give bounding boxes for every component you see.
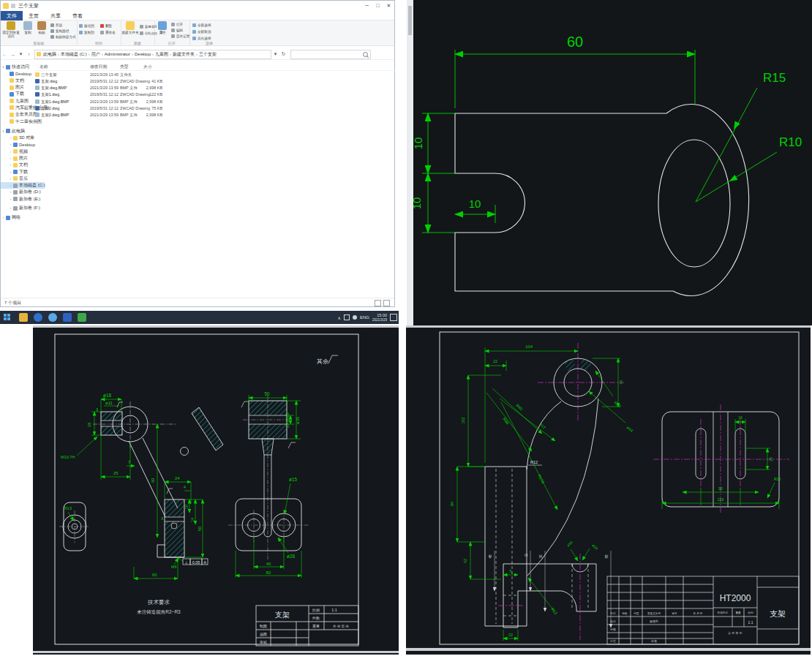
sidebar-item-3d-objects[interactable]: ›3D 对象: [1, 135, 45, 141]
search-icon: [363, 52, 368, 57]
breadcrumb-desktop[interactable]: Desktop: [135, 52, 151, 56]
sidebar-item-f-drive[interactable]: ›新加卷 (F:): [1, 205, 45, 211]
quick-access-toolbar-icon[interactable]: [11, 4, 15, 8]
dim-3b: 3: [161, 516, 163, 521]
sidebar-item-pc-documents[interactable]: ›文档: [1, 162, 45, 168]
start-button[interactable]: [4, 314, 11, 321]
sidebar-item-pc-pictures[interactable]: ›图片: [1, 155, 45, 162]
column-date[interactable]: 修改日期: [90, 64, 107, 70]
move-to-button[interactable]: 移动到: [79, 24, 94, 28]
select-none-button[interactable]: 全部取消: [192, 30, 211, 34]
recent-dropdown-icon[interactable]: ▾: [17, 51, 25, 57]
system-tray: ∧ ENG 15:00 2021/3/29: [338, 311, 397, 324]
pictures-icon: [13, 157, 18, 161]
tb-sheet: 共 张 第 张: [728, 631, 742, 635]
sidebar-item-network[interactable]: ›网络: [1, 214, 45, 221]
delete-button[interactable]: 删除: [100, 24, 112, 28]
tab-share[interactable]: 共享: [45, 11, 67, 20]
tray-device-icon[interactable]: [344, 314, 350, 320]
minimize-button[interactable]: ─: [361, 1, 372, 11]
new-folder-button[interactable]: 新建文件夹: [121, 21, 139, 34]
dim-24: 24: [175, 476, 180, 480]
clock[interactable]: 15:00 2021/3/29: [372, 313, 387, 321]
close-button[interactable]: ✕: [383, 1, 394, 11]
file-row[interactable]: 支架.dwg2019/5/31 12:12ZWCAD Drawing41 KB: [34, 78, 396, 84]
language-indicator[interactable]: ENG: [360, 315, 369, 320]
up-icon[interactable]: ↑: [25, 52, 33, 57]
breadcrumb-folder1[interactable]: 九章图: [155, 51, 168, 58]
cut-button[interactable]: 剪切: [50, 23, 62, 27]
column-name[interactable]: 名称: [40, 64, 48, 70]
thumbnail-view-icon[interactable]: [383, 300, 390, 306]
back-icon[interactable]: ←: [1, 52, 9, 57]
dim-5: 5: [510, 569, 512, 573]
action-center-icon[interactable]: [390, 314, 397, 321]
dim-42: 42: [463, 559, 467, 563]
copy-to-button[interactable]: 复制到: [79, 31, 94, 34]
file-row[interactable]: 支架2.dwg.BMP2021/3/29 13:59BMP 文件2,998 KB: [34, 112, 396, 118]
tray-volume-icon[interactable]: [353, 315, 357, 320]
dim-slot-height: 10: [413, 197, 423, 210]
search-input[interactable]: [290, 50, 371, 59]
invert-selection-button[interactable]: 反向选择: [192, 37, 211, 40]
tab-view[interactable]: 查看: [67, 11, 89, 20]
sidebar-item-pc-desktop[interactable]: ›Desktop: [1, 141, 45, 148]
file-list: 名称 修改日期 类型 大小 三个支架2021/3/29 13:45文件夹 支架.…: [34, 62, 396, 118]
bmp-file-icon: [35, 86, 40, 90]
tab-file[interactable]: 文件: [1, 11, 23, 20]
sidebar-item-c-drive[interactable]: ›本地磁盘 (C:): [1, 182, 45, 189]
tol-datum: A: [203, 560, 206, 565]
file-row[interactable]: 支架.dwg.BMP2021/3/29 13:59BMP 文件2,998 KB: [34, 85, 396, 91]
address-dropdown-icon[interactable]: ▾: [271, 51, 279, 57]
sidebar-item-e-drive[interactable]: ›新加卷 (E:): [1, 196, 45, 203]
file-row[interactable]: 三个支架2021/3/29 13:45文件夹: [34, 71, 396, 78]
title-bar[interactable]: 三个支架 ─ □ ✕: [1, 1, 394, 11]
pin-to-quick-access-button[interactable]: 固定到快速访问: [2, 21, 20, 39]
edit-button[interactable]: 编辑: [171, 29, 183, 32]
refresh-icon[interactable]: ↻: [279, 51, 287, 57]
sidebar-item-this-pc[interactable]: ∨此电脑: [1, 128, 45, 135]
history-button[interactable]: 历史记录: [171, 34, 189, 38]
breadcrumb-administrator[interactable]: Administrator: [105, 52, 130, 56]
taskbar-file-explorer-icon[interactable]: [19, 313, 28, 322]
select-all-button[interactable]: 全部选择: [192, 23, 211, 27]
paste-button[interactable]: 粘贴: [35, 21, 48, 34]
details-view-icon[interactable]: [375, 300, 381, 306]
breadcrumb-folder2[interactable]: 新建文件夹: [173, 51, 195, 58]
file-row[interactable]: 支架1.dwg2019/5/31 12:12ZWCAD Drawing122 K…: [34, 91, 396, 98]
taskbar-browser2-icon[interactable]: [48, 313, 57, 322]
breadcrumb[interactable]: 此电脑› 本地磁盘 (C:)› 用户› Administrator› Deskt…: [34, 50, 271, 59]
file-row[interactable]: 支架1.dwg.BMP2021/3/29 13:59BMP 文件2,998 KB: [34, 98, 396, 105]
maximize-button[interactable]: □: [372, 1, 383, 11]
taskbar-cad-icon[interactable]: [78, 313, 86, 322]
file-row[interactable]: 支架2.dwg2019/5/31 12:12ZWCAD Drawing75 KB: [34, 105, 396, 111]
column-type[interactable]: 类型: [120, 64, 129, 70]
address-bar: ← → ▾ ↑ 此电脑› 本地磁盘 (C:)› 用户› Administrato…: [1, 49, 394, 60]
sidebar-item-videos[interactable]: ›视频: [1, 148, 45, 155]
scrollbar-thumb[interactable]: [408, 6, 412, 35]
copy-path-button[interactable]: 复制路径: [50, 29, 69, 33]
tab-home[interactable]: 主页: [23, 11, 45, 20]
column-size[interactable]: 大小: [143, 64, 152, 70]
properties-button[interactable]: 属性: [156, 21, 169, 34]
tray-chevron-icon[interactable]: ∧: [338, 315, 341, 320]
sidebar-item-music[interactable]: ›音乐: [1, 176, 45, 182]
sidebar-item-folder4[interactable]: 十二章实例图: [1, 118, 45, 124]
group-label-organize: 组织: [77, 41, 121, 45]
breadcrumb-current[interactable]: 三个支架: [199, 51, 217, 58]
copy-button[interactable]: 复制: [21, 21, 34, 34]
paste-shortcut-button[interactable]: 粘贴快捷方式: [50, 35, 76, 39]
rename-button[interactable]: 重命名: [100, 31, 116, 34]
taskbar-app-icon[interactable]: [63, 313, 72, 322]
breadcrumb-c-drive[interactable]: 本地磁盘 (C:): [61, 51, 87, 58]
breadcrumb-this-pc[interactable]: 此电脑: [43, 51, 56, 58]
dim-d11: ø11: [105, 401, 113, 405]
sidebar-item-pc-downloads[interactable]: ›下载: [1, 168, 45, 175]
forward-icon[interactable]: →: [9, 52, 17, 57]
sidebar-item-d-drive[interactable]: ›新加卷 (D:): [1, 189, 45, 195]
group-label-open: 打开: [154, 41, 189, 45]
taskbar-browser-icon[interactable]: [34, 313, 42, 322]
network-icon: [6, 216, 10, 220]
open-button[interactable]: 打开: [171, 23, 183, 26]
breadcrumb-users[interactable]: 用户: [91, 51, 100, 58]
